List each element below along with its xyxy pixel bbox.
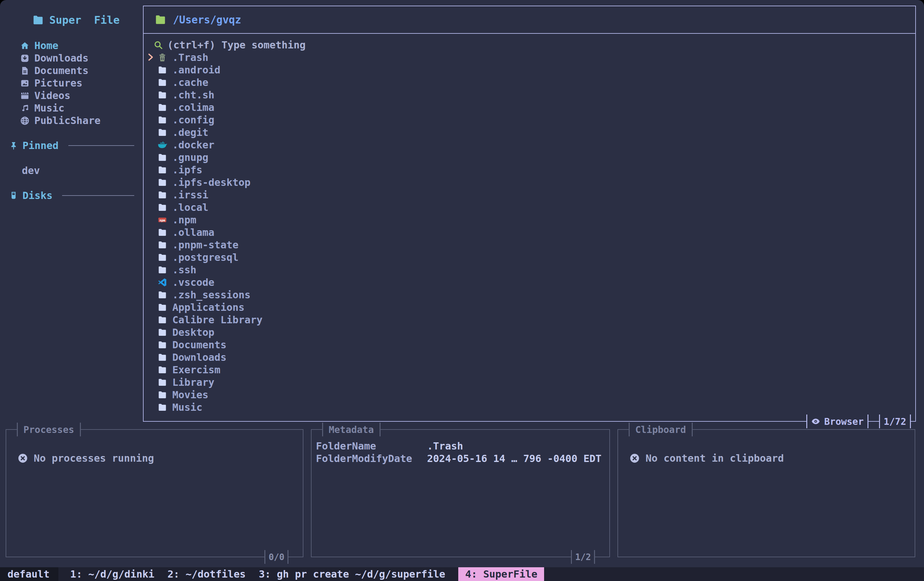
file-icon: [157, 353, 167, 363]
file-row[interactable]: Calibre Library: [144, 314, 915, 326]
sidebar-item[interactable]: Downloads: [20, 52, 101, 65]
file-row[interactable]: .cache: [144, 76, 915, 89]
sidebar-item-icon: [20, 91, 30, 101]
file-row[interactable]: .gnupg: [144, 151, 915, 164]
file-row[interactable]: .npm: [144, 214, 915, 226]
file-icon: [157, 103, 167, 113]
file-icon: [157, 165, 167, 175]
sidebar-item[interactable]: PublicShare: [20, 114, 101, 127]
sidebar-item-icon: [20, 116, 30, 126]
file-position: 1/72: [884, 416, 906, 427]
file-name: .npm: [172, 214, 196, 226]
file-row[interactable]: Documents: [144, 339, 915, 351]
sidebar-item-icon: [20, 66, 30, 76]
file-icon: [157, 78, 167, 88]
metadata-counter: 1/2: [571, 550, 595, 564]
file-row[interactable]: Desktop: [144, 326, 915, 339]
tmux-window-label: 2: ~/dotfiles: [168, 568, 246, 580]
clipboard-title: Clipboard: [629, 423, 693, 436]
metadata-value: 2024-05-16 14 … 796 -0400 EDT: [427, 453, 602, 465]
tmux-window-tab[interactable]: 1: ~/d/g/dinki: [70, 567, 155, 581]
file-row[interactable]: .pnpm-state: [144, 238, 915, 251]
metadata-key: FolderName: [316, 440, 427, 452]
file-name: Documents: [172, 339, 226, 351]
eye-icon: [811, 417, 820, 426]
file-row[interactable]: .irssi: [144, 189, 915, 201]
file-row[interactable]: .config: [144, 114, 915, 126]
pin-icon: [9, 141, 18, 151]
file-name: .postgresql: [172, 252, 239, 263]
app-title: Super File: [32, 14, 120, 26]
clipboard-panel: Clipboard No content in clipboard: [617, 429, 915, 557]
path-folder-icon: [154, 13, 167, 26]
file-name: Movies: [172, 389, 208, 401]
file-icon: [157, 377, 167, 387]
file-row[interactable]: .ssh: [144, 264, 915, 276]
tmux-windows: 1: ~/d/g/dinki 2: ~/dotfiles 3: gh pr cr…: [70, 567, 544, 581]
file-icon: [157, 315, 167, 325]
sidebar-item[interactable]: Music: [20, 102, 101, 114]
file-row[interactable]: .local: [144, 201, 915, 214]
file-row[interactable]: .android: [144, 64, 915, 76]
mode-indicator: Browser: [806, 414, 868, 428]
file-name: .ollama: [172, 227, 214, 238]
file-row[interactable]: Movies: [144, 389, 915, 401]
sidebar-item-label: Downloads: [34, 52, 88, 64]
file-icon: [157, 302, 167, 312]
tmux-session-name[interactable]: default: [0, 567, 58, 581]
file-row[interactable]: Applications: [144, 301, 915, 314]
tmux-window-tab[interactable]: 4: SuperFile: [458, 567, 544, 581]
file-name: .cht.sh: [172, 89, 214, 101]
sidebar-item-icon: [20, 53, 30, 63]
sidebar-item[interactable]: Videos: [20, 89, 101, 102]
file-row[interactable]: .vscode: [144, 276, 915, 289]
file-icon: [157, 327, 167, 338]
file-name: .local: [172, 202, 208, 214]
metadata-key: FolderModifyDate: [316, 453, 427, 465]
metadata-value: .Trash: [427, 440, 463, 452]
panel-footer: Browser 1/72: [806, 414, 911, 428]
clipboard-empty-label: No content in clipboard: [645, 452, 784, 464]
file-row[interactable]: .colima: [144, 101, 915, 114]
metadata-panel: Metadata FolderName .Trash FolderModifyD…: [311, 429, 610, 557]
file-name: .colima: [172, 101, 214, 113]
search-bar[interactable]: (ctrl+f) Type something: [144, 39, 915, 51]
file-row[interactable]: Music: [144, 401, 915, 414]
file-row[interactable]: Library: [144, 376, 915, 389]
file-row[interactable]: .cht.sh: [144, 89, 915, 101]
tmux-window-tab[interactable]: 3: gh pr create ~/d/g/superfile: [259, 567, 445, 581]
file-row[interactable]: .ipfs: [144, 164, 915, 176]
file-icon: [157, 53, 167, 63]
tmux-window-tab[interactable]: 2: ~/dotfiles: [168, 567, 246, 581]
pinned-item[interactable]: dev: [22, 164, 40, 177]
tmux-window-label: 4: SuperFile: [465, 568, 537, 580]
sidebar-item[interactable]: Documents: [20, 65, 101, 77]
metadata-row: FolderModifyDate 2024-05-16 14 … 796 -04…: [316, 452, 605, 465]
sidebar-item-label: Videos: [34, 89, 71, 101]
file-row[interactable]: .Trash: [144, 51, 915, 64]
file-row[interactable]: .zsh_sessions: [144, 289, 915, 301]
file-row[interactable]: .ipfs-desktop: [144, 176, 915, 189]
pinned-divider: [68, 145, 134, 146]
file-row[interactable]: Downloads: [144, 351, 915, 364]
path-bar: /Users/gvqz: [144, 6, 915, 34]
file-row[interactable]: .postgresql: [144, 251, 915, 264]
file-icon: [157, 290, 167, 300]
x-circle-icon: [629, 453, 640, 463]
processes-panel: Processes No processes running 0/0: [6, 429, 304, 557]
sidebar-item-label: Home: [34, 40, 58, 51]
file-icon: [157, 390, 167, 400]
file-row[interactable]: .docker: [144, 139, 915, 151]
sidebar-item-label: Documents: [34, 65, 88, 76]
mode-label: Browser: [824, 416, 863, 427]
pinned-item-label: dev: [22, 165, 40, 177]
file-row[interactable]: Exercism: [144, 364, 915, 376]
sidebar-item[interactable]: Home: [20, 39, 101, 52]
sidebar-item[interactable]: Pictures: [20, 77, 101, 89]
sidebar-item-label: Music: [34, 102, 64, 114]
file-row[interactable]: .degit: [144, 126, 915, 139]
file-icon: [157, 140, 167, 150]
file-row[interactable]: .ollama: [144, 226, 915, 238]
file-name: .gnupg: [172, 152, 208, 163]
file-position-indicator: 1/72: [879, 414, 911, 428]
